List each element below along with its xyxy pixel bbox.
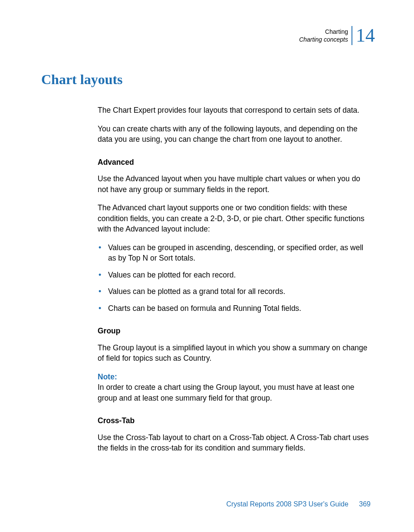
list-item: Values can be grouped in ascending, desc… (98, 242, 371, 264)
page-title: Chart layouts (41, 72, 371, 88)
note-body: In order to create a chart using the Gro… (98, 382, 371, 403)
header-text-block: Charting Charting concepts (299, 28, 348, 43)
header-chapter-name: Charting (325, 28, 348, 36)
crosstab-paragraph-1: Use the Cross-Tab layout to chart on a C… (98, 432, 371, 454)
content-region: Chart layouts The Chart Expert provides … (41, 72, 371, 461)
page-footer: Crystal Reports 2008 SP3 User's Guide 36… (226, 500, 371, 508)
group-heading: Group (98, 326, 371, 336)
footer-guide-name: Crystal Reports 2008 SP3 User's Guide (226, 500, 348, 508)
crosstab-heading: Cross-Tab (98, 415, 371, 426)
intro-paragraph-1: The Chart Expert provides four layouts t… (98, 105, 371, 116)
advanced-bullet-list: Values can be grouped in ascending, desc… (98, 242, 371, 314)
note-label: Note: (98, 372, 371, 382)
chapter-number: 14 (356, 26, 375, 45)
intro-paragraph-2: You can create charts with any of the fo… (98, 124, 371, 145)
group-paragraph-1: The Group layout is a simplified layout … (98, 343, 371, 364)
page-header: Charting Charting concepts 14 (299, 26, 375, 45)
list-item: Values can be plotted for each record. (98, 270, 371, 281)
header-divider (352, 26, 352, 45)
list-item: Values can be plotted as a grand total f… (98, 286, 371, 297)
body-text: The Chart Expert provides four layouts t… (98, 105, 371, 454)
advanced-paragraph-2: The Advanced chart layout supports one o… (98, 202, 371, 235)
advanced-paragraph-1: Use the Advanced layout when you have mu… (98, 173, 371, 195)
advanced-heading: Advanced (98, 157, 371, 168)
footer-page-number: 369 (359, 500, 371, 508)
header-section-name: Charting concepts (299, 36, 348, 43)
list-item: Charts can be based on formula and Runni… (98, 303, 371, 314)
